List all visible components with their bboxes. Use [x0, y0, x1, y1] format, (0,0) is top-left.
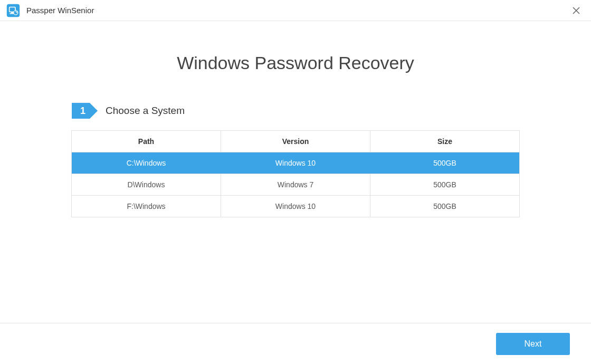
- step-number-badge: 1: [72, 103, 90, 119]
- system-table: Path Version Size C:\WindowsWindows 1050…: [71, 130, 520, 217]
- svg-rect-0: [7, 4, 20, 16]
- table-row[interactable]: D\WindowsWindows 7500GB: [72, 174, 519, 196]
- col-version: Version: [221, 131, 370, 152]
- svg-point-4: [14, 11, 18, 15]
- cell-path: F:\Windows: [72, 196, 221, 217]
- table-header: Path Version Size: [72, 131, 519, 152]
- col-size: Size: [370, 131, 519, 152]
- titlebar: Passper WinSenior: [0, 0, 591, 21]
- page-title: Windows Password Recovery: [21, 53, 570, 73]
- cell-version: Windows 7: [221, 174, 370, 195]
- step-indicator: 1 Choose a System: [72, 103, 570, 119]
- table-body: C:\WindowsWindows 10500GBD\WindowsWindow…: [72, 152, 519, 217]
- cell-size: 500GB: [370, 174, 519, 195]
- col-path: Path: [72, 131, 221, 152]
- table-row[interactable]: C:\WindowsWindows 10500GB: [72, 152, 519, 174]
- app-title: Passper WinSenior: [26, 6, 94, 15]
- cell-version: Windows 10: [221, 196, 370, 217]
- app-icon: [6, 4, 20, 17]
- close-button[interactable]: [568, 2, 585, 19]
- next-button[interactable]: Next: [496, 333, 570, 355]
- svg-rect-2: [11, 12, 14, 13]
- cell-path: C:\Windows: [72, 152, 221, 174]
- cell-size: 500GB: [370, 152, 519, 174]
- cell-size: 500GB: [370, 196, 519, 217]
- close-icon: [573, 7, 580, 14]
- step-label: Choose a System: [106, 105, 185, 117]
- main-content: Windows Password Recovery 1 Choose a Sys…: [0, 53, 591, 217]
- cell-path: D\Windows: [72, 174, 221, 195]
- cell-version: Windows 10: [221, 152, 370, 174]
- table-row[interactable]: F:\WindowsWindows 10500GB: [72, 196, 519, 217]
- footer: Next: [0, 323, 591, 364]
